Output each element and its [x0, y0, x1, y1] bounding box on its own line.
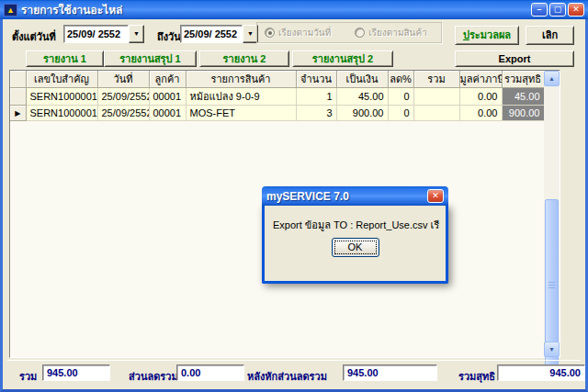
amount-cell: 45.00 [336, 88, 388, 106]
minimize-button[interactable]: – [531, 3, 548, 17]
dialog-titlebar[interactable]: mySERVICE 7.0 ✕ [262, 186, 448, 206]
window-title: รายการใช้งานอะไหล่ [21, 1, 529, 18]
net-cell: 45.00 [502, 88, 544, 106]
column-header: มูลค่าภาษี [459, 71, 502, 88]
tab-report-1[interactable]: รายงาน 1 [26, 50, 104, 67]
scroll-up-icon[interactable]: ▲ [544, 71, 560, 86]
customer-cell: 00001 [149, 106, 186, 121]
column-header: เป็นเงิน [336, 71, 388, 88]
chevron-down-icon[interactable]: ▼ [129, 25, 144, 43]
qty-cell: 1 [296, 88, 336, 106]
scroll-down-icon[interactable]: ▼ [544, 342, 560, 357]
from-date-label: ตั้งแต่วันที่ [12, 28, 56, 45]
discount-cell: 0 [388, 88, 413, 106]
column-header: รายการสินค้า [186, 71, 296, 88]
radio-icon [355, 28, 365, 38]
maximize-button[interactable]: ▢ [549, 3, 566, 17]
grid-table: เลขใบสำคัญ วันที่ ลูกค้า รายการสินค้า จำ… [10, 71, 545, 121]
current-row-arrow-icon: ▶ [15, 109, 20, 118]
line-total-cell [413, 88, 459, 106]
amount-cell: 900.00 [336, 106, 388, 121]
quit-button[interactable]: เลิก [526, 26, 574, 45]
doc-no-cell: SERN1000001 [26, 106, 97, 121]
discount-total-value: 0.00 [176, 364, 244, 381]
grid-header-row: เลขใบสำคัญ วันที่ ลูกค้า รายการสินค้า จำ… [10, 71, 544, 88]
app-warning-icon: ▲ [4, 4, 17, 17]
close-button[interactable]: ✕ [568, 3, 584, 17]
tab-summary-report-2[interactable]: รายงานสรุป 2 [292, 50, 393, 67]
discount-total-label: ส่วนลดรวม [129, 368, 178, 385]
sort-option-by-date: เรียงตามวันที่ [265, 26, 331, 39]
tab-summary-report-1[interactable]: รายงานสรุป 1 [104, 50, 197, 67]
sort-option-label: เรียงตามวันที่ [278, 26, 331, 39]
total-value: 945.00 [42, 364, 110, 381]
window-titlebar[interactable]: ▲ รายการใช้งานอะไหล่ – ▢ ✕ [0, 0, 588, 19]
column-header: จำนวน [296, 71, 336, 88]
discount-cell: 0 [388, 106, 413, 121]
net-total-value: 945.00 [497, 364, 585, 381]
dialog-message: Export ข้อมูล TO : Report_Use.csv เรียบร… [273, 217, 440, 233]
net-cell: 900.00 [502, 106, 544, 121]
row-selector-cell: ▶ [10, 106, 26, 121]
column-header: วันที่ [97, 71, 149, 88]
column-header: ลด% [388, 71, 413, 88]
dialog-close-icon[interactable]: ✕ [427, 189, 444, 203]
from-date-value[interactable]: 25/09/ 2552 [63, 25, 129, 43]
item-cell: MOS-FET [186, 106, 296, 121]
after-discount-label: หลังหักส่วนลดรวม [247, 368, 327, 385]
vertical-scrollbar[interactable]: ▲ ▼ [544, 71, 560, 357]
net-total-label: รวมสุทธิ [458, 368, 495, 385]
total-label: รวม [19, 368, 37, 385]
date-cell: 25/09/2552 [97, 88, 149, 106]
table-row[interactable]: ▶ SERN1000001 25/09/2552 00001 MOS-FET 3… [10, 106, 544, 121]
dialog-title: mySERVICE 7.0 [266, 190, 425, 203]
radio-selected-icon [265, 28, 275, 38]
row-selector-cell [10, 88, 26, 106]
to-date-value[interactable]: 25/09/ 2552 [180, 25, 243, 43]
after-discount-value: 945.00 [343, 364, 437, 381]
qty-cell: 3 [296, 106, 336, 121]
column-header: เลขใบสำคัญ [26, 71, 97, 88]
vat-cell: 0.00 [459, 88, 502, 106]
export-complete-dialog: mySERVICE 7.0 ✕ Export ข้อมูล TO : Repor… [262, 205, 448, 284]
tab-report-2[interactable]: รายงาน 2 [199, 50, 289, 67]
doc-no-cell: SERN1000001 [26, 88, 97, 106]
sort-option-label: เรียงตามสินค้า [368, 26, 426, 39]
from-date-combobox[interactable]: 25/09/ 2552 ▼ [63, 25, 144, 43]
sort-option-by-product: เรียงตามสินค้า [355, 26, 426, 39]
column-header: รวมสุทธิ [502, 71, 544, 88]
customer-cell: 00001 [149, 88, 186, 106]
item-cell: หม้อแปลง 9-0-9 [186, 88, 296, 106]
summary-bar: รวม 945.00 ส่วนลดรวม 0.00 หลังหักส่วนลดร… [7, 360, 581, 385]
vat-cell: 0.00 [459, 106, 502, 121]
ok-button[interactable]: OK [332, 238, 379, 257]
table-row[interactable]: SERN1000001 25/09/2552 00001 หม้อแปลง 9-… [10, 88, 544, 106]
sort-options-group: เรียงตามวันที่ เรียงตามสินค้า [256, 22, 442, 43]
selector-column-header [10, 71, 26, 88]
app-window: ▲ รายการใช้งานอะไหล่ – ▢ ✕ ตั้งแต่วันที่… [0, 0, 588, 392]
export-button[interactable]: Export [455, 50, 574, 67]
column-header: รวม [413, 71, 459, 88]
date-cell: 25/09/2552 [97, 106, 149, 121]
column-header: ลูกค้า [149, 71, 186, 88]
line-total-cell [413, 106, 459, 121]
process-button[interactable]: ประมวลผล [455, 26, 519, 45]
to-date-combobox[interactable]: 25/09/ 2552 ▼ [180, 25, 258, 43]
